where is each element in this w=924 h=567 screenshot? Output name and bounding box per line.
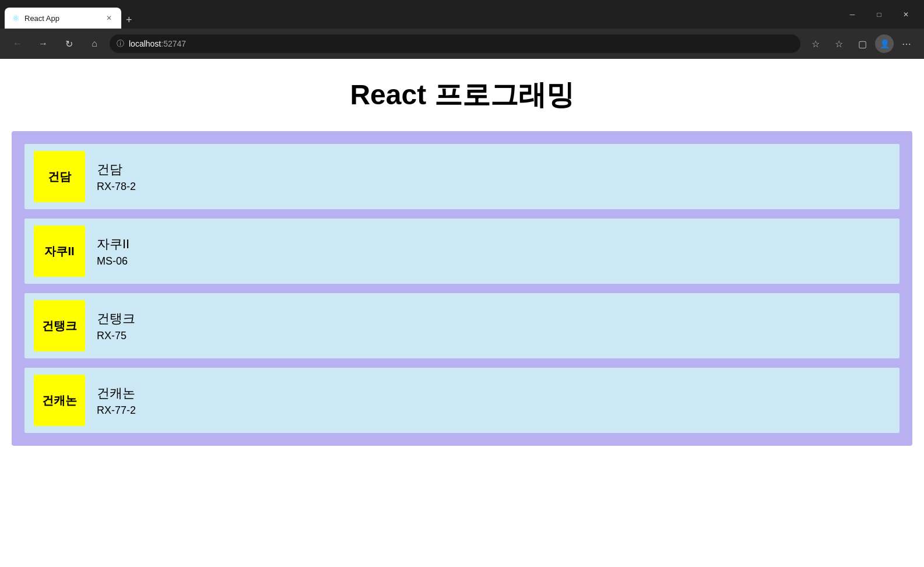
page-title: React 프로그래밍 (12, 76, 912, 114)
reload-button[interactable]: ↻ (58, 33, 79, 54)
item-code: RX-75 (97, 330, 135, 342)
react-favicon-icon: ⚛ (12, 13, 20, 24)
item-name: 자쿠II (97, 235, 129, 253)
minimize-button[interactable]: ─ (839, 5, 866, 24)
browser-navbar: ← → ↻ ⌂ ⓘ localhost:52747 ☆ ☆ ▢ 👤 ⋯ (0, 29, 924, 59)
new-tab-button[interactable]: + (121, 12, 137, 29)
window-controls: ─ □ ✕ (839, 5, 919, 24)
item-name: 건담 (97, 161, 136, 178)
item-info: 건담 RX-78-2 (97, 161, 136, 193)
browser-titlebar: ⚛ React App ✕ + ─ □ ✕ (0, 0, 924, 29)
forward-button[interactable]: → (33, 33, 54, 54)
item-info: 자쿠II MS-06 (97, 235, 129, 267)
collections-button[interactable]: ▢ (852, 33, 873, 54)
tab-area: ⚛ React App ✕ + (5, 0, 839, 29)
home-button[interactable]: ⌂ (84, 33, 105, 54)
list-item: 건담 건담 RX-78-2 (23, 143, 901, 210)
item-badge: 건캐논 (34, 375, 85, 426)
close-button[interactable]: ✕ (893, 5, 919, 24)
settings-button[interactable]: ⋯ (896, 33, 917, 54)
list-item: 건탱크 건탱크 RX-75 (23, 292, 901, 360)
item-badge: 건탱크 (34, 300, 85, 351)
address-port: :52747 (161, 39, 186, 48)
restore-button[interactable]: □ (866, 5, 893, 24)
tab-close-button[interactable]: ✕ (104, 13, 114, 23)
profile-button[interactable]: 👤 (875, 34, 894, 53)
item-code: RX-78-2 (97, 181, 136, 193)
item-code: RX-77-2 (97, 404, 136, 417)
address-host: localhost (129, 39, 161, 48)
tab-title: React App (24, 14, 99, 23)
item-code: MS-06 (97, 255, 129, 267)
list-item: 건캐논 건캐논 RX-77-2 (23, 367, 901, 434)
security-icon: ⓘ (117, 38, 124, 49)
item-info: 건탱크 RX-75 (97, 310, 135, 342)
gundam-list: 건담 건담 RX-78-2 자쿠II 자쿠II MS-06 건탱크 건탱크 RX… (12, 131, 912, 446)
item-badge: 자쿠II (34, 226, 85, 277)
item-name: 건탱크 (97, 310, 135, 327)
page-content: React 프로그래밍 건담 건담 RX-78-2 자쿠II 자쿠II MS-0… (0, 59, 924, 463)
back-button[interactable]: ← (7, 33, 28, 54)
reading-list-button[interactable]: ☆ (828, 33, 849, 54)
item-badge: 건담 (34, 151, 85, 202)
favorites-button[interactable]: ☆ (805, 33, 826, 54)
list-item: 자쿠II 자쿠II MS-06 (23, 217, 901, 285)
item-info: 건캐논 RX-77-2 (97, 385, 136, 417)
address-text: localhost:52747 (129, 39, 793, 48)
address-bar[interactable]: ⓘ localhost:52747 (110, 34, 800, 53)
toolbar-icons: ☆ ☆ ▢ 👤 ⋯ (805, 33, 917, 54)
item-name: 건캐논 (97, 385, 136, 402)
active-tab[interactable]: ⚛ React App ✕ (5, 8, 121, 29)
